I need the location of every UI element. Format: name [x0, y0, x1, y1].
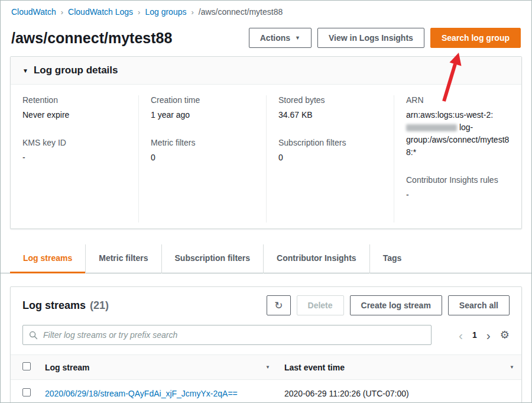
kms-key-value: - — [22, 151, 126, 164]
log-streams-count: (21) — [90, 299, 109, 312]
page-title: /aws/connect/mytest88 — [11, 30, 172, 47]
filter-search-box — [22, 325, 432, 345]
details-column-1: Retention Never expire KMS key ID - — [11, 95, 138, 223]
log-streams-title: Log streams (21) — [22, 299, 109, 312]
log-group-details-card: ▼ Log group details Retention Never expi… — [10, 56, 522, 229]
metric-filters-label: Metric filters — [151, 138, 254, 147]
log-stream-column-label: Log stream — [45, 363, 89, 372]
log-stream-link[interactable]: 2020/06/29/18/stream-QAyFdAi_xjF_JcmyYx-… — [45, 389, 238, 398]
details-title: Log group details — [34, 65, 118, 76]
filter-log-streams-input[interactable] — [43, 330, 425, 340]
sort-icon[interactable]: ▼ — [265, 365, 270, 370]
creation-time-value: 1 year ago — [151, 109, 254, 121]
last-event-time-column-header[interactable]: Last event time ▼ — [277, 355, 521, 380]
filter-row: ‹ 1 › ⚙ — [11, 323, 521, 354]
tab-subscription-filters[interactable]: Subscription filters — [161, 244, 264, 273]
log-streams-card: Log streams (21) ↻ Delete Create log str… — [10, 286, 522, 403]
refresh-icon: ↻ — [274, 299, 283, 312]
last-event-time-column-label: Last event time — [284, 363, 345, 372]
details-column-2: Creation time 1 year ago Metric filters … — [138, 95, 266, 223]
breadcrumb-log-groups[interactable]: Log groups — [145, 7, 186, 17]
arn-label: ARN — [406, 95, 510, 105]
retention-field: Retention Never expire — [22, 95, 126, 121]
previous-page-icon[interactable]: ‹ — [459, 329, 463, 341]
retention-value: Never expire — [22, 109, 126, 121]
gear-icon[interactable]: ⚙ — [500, 330, 510, 340]
table-row: 2020/06/29/18/stream-QAyFdAi_xjF_JcmyYx-… — [11, 380, 521, 403]
contributor-insights-field: Contributor Insights rules - — [406, 175, 510, 201]
details-body: Retention Never expire KMS key ID - Crea… — [11, 85, 521, 228]
details-column-3: Stored bytes 34.67 KB Subscription filte… — [266, 95, 394, 223]
kms-key-field: KMS key ID - — [22, 138, 126, 164]
tab-tags[interactable]: Tags — [369, 244, 415, 273]
table-header-row: Log stream ▼ Last event time ▼ — [11, 355, 521, 380]
cloudwatch-log-group-page: CloudWatch › CloudWatch Logs › Log group… — [0, 0, 532, 403]
select-all-checkbox[interactable] — [22, 362, 31, 370]
metric-filters-value: 0 — [151, 151, 254, 164]
subscription-filters-value: 0 — [278, 151, 382, 164]
chevron-down-icon: ▼ — [295, 36, 300, 41]
creation-time-label: Creation time — [151, 95, 254, 105]
breadcrumb-separator-icon: › — [61, 8, 63, 17]
create-log-stream-button[interactable]: Create log stream — [350, 295, 442, 315]
stored-bytes-field: Stored bytes 34.67 KB — [278, 95, 382, 121]
tab-contributor-insights[interactable]: Contributor Insights — [263, 244, 369, 273]
retention-label: Retention — [22, 95, 126, 105]
actions-button[interactable]: Actions ▼ — [249, 28, 312, 48]
breadcrumb-separator-icon: › — [138, 8, 140, 17]
arn-value-prefix: arn:aws:logs:us-west-2: — [406, 110, 493, 120]
creation-time-field: Creation time 1 year ago — [151, 95, 254, 121]
tab-bar: Log streams Metric filters Subscription … — [1, 244, 531, 273]
breadcrumb-current: /aws/connect/mytest88 — [199, 7, 283, 17]
arn-value: arn:aws:logs:us-west-2: log-group:/aws/c… — [406, 109, 510, 159]
last-event-time: 2020-06-29 11:20:26 (UTC-07:00) — [284, 389, 409, 398]
redacted-account-id — [406, 124, 457, 131]
stored-bytes-label: Stored bytes — [278, 95, 382, 105]
kms-key-label: KMS key ID — [22, 138, 126, 147]
metric-filters-field: Metric filters 0 — [151, 138, 254, 164]
stored-bytes-value: 34.67 KB — [278, 110, 313, 120]
delete-button[interactable]: Delete — [297, 295, 344, 315]
collapse-caret-icon: ▼ — [22, 67, 28, 74]
breadcrumb-cloudwatch-logs[interactable]: CloudWatch Logs — [68, 7, 133, 17]
row-checkbox[interactable] — [22, 388, 31, 396]
log-group-details-header[interactable]: ▼ Log group details — [11, 57, 521, 85]
arn-field: ARN arn:aws:logs:us-west-2: log-group:/a… — [406, 95, 510, 159]
breadcrumb-separator-icon: › — [191, 8, 193, 17]
search-all-button[interactable]: Search all — [448, 295, 510, 315]
contributor-insights-value: - — [406, 189, 510, 201]
details-column-4: ARN arn:aws:logs:us-west-2: log-group:/a… — [394, 95, 521, 223]
search-icon — [29, 331, 38, 340]
breadcrumb-cloudwatch[interactable]: CloudWatch — [11, 7, 56, 17]
search-log-group-button[interactable]: Search log group — [430, 28, 521, 48]
pagination: ‹ 1 › ⚙ — [459, 329, 510, 341]
view-in-logs-insights-button[interactable]: View in Logs Insights — [317, 28, 424, 48]
log-streams-header: Log streams (21) ↻ Delete Create log str… — [11, 287, 521, 323]
tab-log-streams[interactable]: Log streams — [10, 244, 85, 273]
log-streams-table: Log stream ▼ Last event time ▼ 20 — [11, 354, 521, 403]
contributor-insights-label: Contributor Insights rules — [406, 175, 510, 185]
tab-metric-filters[interactable]: Metric filters — [85, 244, 161, 273]
sort-icon[interactable]: ▼ — [510, 365, 514, 370]
log-stream-column-header[interactable]: Log stream ▼ — [38, 355, 277, 380]
subscription-filters-label: Subscription filters — [278, 138, 382, 147]
actions-button-label: Actions — [260, 33, 290, 43]
log-streams-title-text: Log streams — [22, 299, 86, 312]
page-number[interactable]: 1 — [472, 330, 477, 340]
refresh-button[interactable]: ↻ — [267, 295, 290, 315]
subscription-filters-field: Subscription filters 0 — [278, 138, 382, 164]
breadcrumb: CloudWatch › CloudWatch Logs › Log group… — [1, 1, 531, 22]
page-header: /aws/connect/mytest88 Actions ▼ View in … — [1, 22, 531, 56]
next-page-icon[interactable]: › — [486, 329, 491, 341]
